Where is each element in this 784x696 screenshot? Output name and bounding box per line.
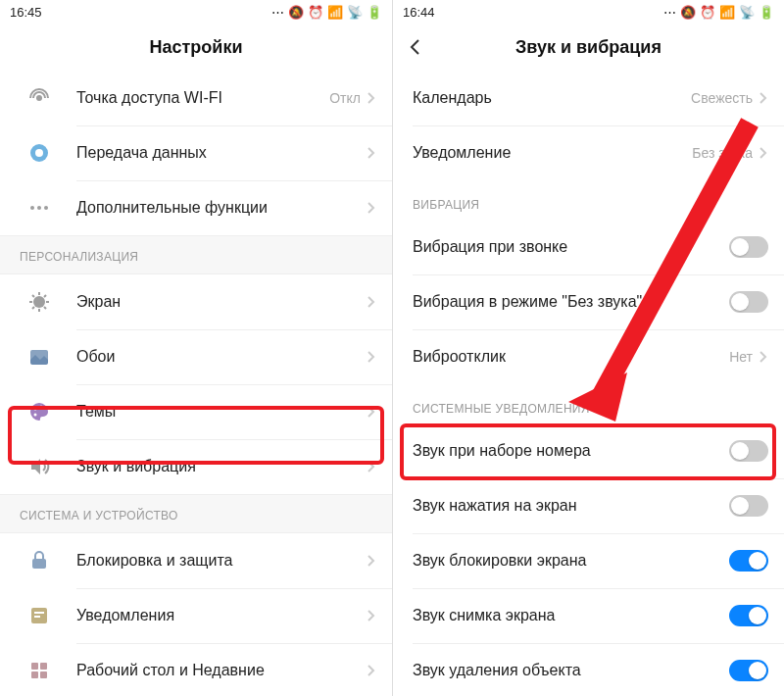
section-personalization: ПЕРСОНАЛИЗАЦИЯ bbox=[0, 235, 392, 274]
settings-list[interactable]: Точка доступа WI-FI Откл Передача данных… bbox=[0, 71, 392, 696]
chevron-right-icon bbox=[367, 664, 376, 677]
row-launcher[interactable]: Рабочий стол и Недавние bbox=[0, 643, 392, 696]
row-tap-sound[interactable]: Звук нажатия на экран bbox=[393, 478, 784, 533]
row-label: Точка доступа WI-FI bbox=[76, 89, 329, 107]
svg-rect-17 bbox=[31, 671, 38, 678]
row-notification-sound[interactable]: Уведомление Без звука bbox=[393, 125, 784, 180]
row-value: Свежесть bbox=[691, 90, 753, 106]
row-calendar[interactable]: Календарь Свежесть bbox=[393, 71, 784, 125]
svg-point-0 bbox=[36, 95, 42, 101]
phone-left-settings: 16:45 ⋯ 🔕 ⏰ 📶 📡 🔋 Настройки Точка доступ… bbox=[0, 0, 392, 696]
mute-icon: 🔕 bbox=[680, 5, 696, 20]
row-data[interactable]: Передача данных bbox=[0, 125, 392, 180]
chevron-right-icon bbox=[367, 350, 376, 364]
mute-icon: 🔕 bbox=[288, 5, 304, 20]
toggle-vibrate-call[interactable] bbox=[729, 236, 768, 258]
row-vibrate-call[interactable]: Вибрация при звонке bbox=[393, 220, 784, 274]
status-time: 16:45 bbox=[10, 5, 42, 20]
data-icon bbox=[20, 133, 59, 173]
chevron-right-icon bbox=[367, 201, 376, 215]
lock-icon bbox=[20, 541, 59, 580]
toggle-screenshot-sound[interactable] bbox=[729, 605, 768, 626]
row-delete-sound[interactable]: Звук удаления объекта bbox=[393, 643, 784, 696]
appbar: Настройки bbox=[0, 24, 392, 71]
row-label: Рабочий стол и Недавние bbox=[76, 662, 367, 679]
status-icons: ⋯ 🔕 ⏰ 📶 📡 🔋 bbox=[663, 5, 774, 20]
row-sound[interactable]: Звук и вибрация bbox=[0, 439, 392, 494]
status-bar: 16:45 ⋯ 🔕 ⏰ 📶 📡 🔋 bbox=[0, 0, 392, 24]
svg-rect-18 bbox=[40, 671, 47, 678]
alarm-icon: ⏰ bbox=[308, 5, 323, 20]
status-time: 16:44 bbox=[403, 5, 435, 20]
alarm-icon: ⏰ bbox=[700, 5, 715, 20]
notifications-icon bbox=[20, 596, 59, 635]
row-lock[interactable]: Блокировка и защита bbox=[0, 533, 392, 588]
row-hotspot[interactable]: Точка доступа WI-FI Откл bbox=[0, 71, 392, 125]
more-icon: ⋯ bbox=[271, 5, 284, 20]
sound-list[interactable]: Календарь Свежесть Уведомление Без звука… bbox=[393, 71, 784, 696]
row-extra[interactable]: Дополнительные функции bbox=[0, 180, 392, 235]
row-label: Вибрация при звонке bbox=[413, 238, 729, 256]
svg-point-2 bbox=[35, 149, 43, 157]
row-label: Звук блокировки экрана bbox=[413, 552, 729, 570]
chevron-right-icon bbox=[759, 350, 768, 364]
row-notifications[interactable]: Уведомления bbox=[0, 588, 392, 643]
row-label: Вибрация в режиме "Без звука" bbox=[413, 293, 729, 311]
wallpaper-icon bbox=[20, 337, 59, 376]
svg-rect-13 bbox=[34, 612, 44, 614]
row-label: Виброотклик bbox=[413, 348, 729, 366]
svg-point-10 bbox=[34, 414, 37, 417]
more-icon: ⋯ bbox=[663, 5, 676, 20]
row-haptic[interactable]: Виброотклик Нет bbox=[393, 329, 784, 384]
svg-point-8 bbox=[34, 408, 37, 411]
svg-point-3 bbox=[30, 206, 34, 210]
extra-icon bbox=[20, 188, 59, 227]
appbar: Звук и вибрация bbox=[393, 24, 784, 71]
chevron-right-icon bbox=[367, 554, 376, 568]
toggle-tap-sound[interactable] bbox=[729, 495, 768, 517]
row-label: Звук снимка экрана bbox=[413, 607, 729, 624]
chevron-right-icon bbox=[367, 460, 376, 473]
page-title: Звук и вибрация bbox=[515, 37, 662, 58]
row-label: Обои bbox=[76, 348, 367, 366]
row-screenshot-sound[interactable]: Звук снимка экрана bbox=[393, 588, 784, 643]
row-label: Календарь bbox=[413, 89, 691, 107]
row-label: Звук и вибрация bbox=[76, 458, 367, 475]
row-label: Экран bbox=[76, 293, 367, 311]
row-value: Откл bbox=[329, 90, 361, 106]
toggle-delete-sound[interactable] bbox=[729, 660, 768, 681]
svg-point-5 bbox=[44, 206, 48, 210]
svg-point-9 bbox=[40, 406, 43, 409]
chevron-right-icon bbox=[759, 91, 768, 105]
chevron-right-icon bbox=[367, 405, 376, 419]
row-value: Нет bbox=[729, 349, 753, 365]
row-dial-sound[interactable]: Звук при наборе номера bbox=[393, 423, 784, 478]
row-value: Без звука bbox=[692, 145, 753, 161]
row-lock-sound[interactable]: Звук блокировки экрана bbox=[393, 533, 784, 588]
back-button[interactable] bbox=[405, 37, 424, 57]
themes-icon bbox=[20, 392, 59, 431]
toggle-dial-sound[interactable] bbox=[729, 440, 768, 462]
row-label: Звук при наборе номера bbox=[413, 442, 729, 460]
row-display[interactable]: Экран bbox=[0, 274, 392, 329]
section-system: СИСТЕМА И УСТРОЙСТВО bbox=[0, 494, 392, 533]
launcher-icon bbox=[20, 651, 59, 690]
row-vibrate-silent[interactable]: Вибрация в режиме "Без звука" bbox=[393, 274, 784, 329]
sound-icon bbox=[20, 447, 59, 486]
row-label: Звук нажатия на экран bbox=[413, 497, 729, 515]
row-label: Уведомление bbox=[413, 144, 692, 162]
phone-right-sound: 16:44 ⋯ 🔕 ⏰ 📶 📡 🔋 Звук и вибрация Календ… bbox=[392, 0, 784, 696]
chevron-right-icon bbox=[367, 146, 376, 160]
toggle-vibrate-silent[interactable] bbox=[729, 291, 768, 313]
section-system-notif: СИСТЕМНЫЕ УВЕДОМЛЕНИЯ bbox=[393, 384, 784, 423]
row-wallpaper[interactable]: Обои bbox=[0, 329, 392, 384]
chevron-right-icon bbox=[759, 146, 768, 160]
svg-rect-16 bbox=[40, 663, 47, 670]
svg-rect-14 bbox=[34, 616, 40, 618]
display-icon bbox=[20, 282, 59, 322]
chevron-right-icon bbox=[367, 295, 376, 309]
toggle-lock-sound[interactable] bbox=[729, 550, 768, 572]
svg-rect-15 bbox=[31, 663, 38, 670]
row-label: Передача данных bbox=[76, 144, 367, 162]
row-themes[interactable]: Темы bbox=[0, 384, 392, 439]
